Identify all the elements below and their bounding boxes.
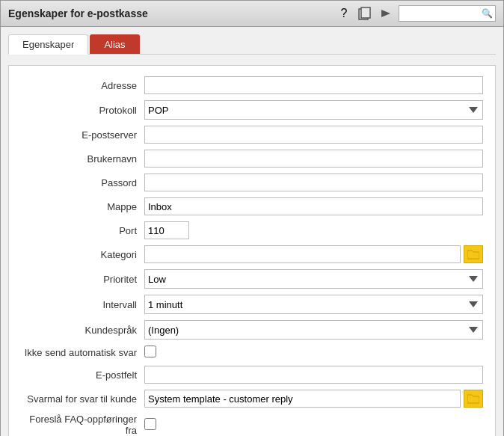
input-epostserver[interactable] [144,126,483,144]
label-epostserver: E-postserver [21,129,144,141]
label-svarmal: Svarmal for svar til kunde [21,393,144,405]
ctrl-faq [144,418,483,432]
input-mappe[interactable] [144,197,483,215]
svg-marker-2 [381,10,390,17]
checkbox-ikke-send[interactable] [144,346,156,357]
row-epostserver: E-postserver [21,126,483,144]
select-protokoll[interactable]: POP IMAP SMTP [144,100,483,120]
row-svarmal: Svarmal for svar til kunde [21,390,483,408]
label-ikke-send: Ikke send automatisk svar [21,347,144,358]
search-wrapper: 🔍 [399,5,496,22]
checkbox-faq[interactable] [144,418,156,430]
ctrl-mappe [144,197,483,215]
row-protokoll: Protokoll POP IMAP SMTP [21,100,483,120]
titlebar: Egenskaper for e-postkasse ? 🔍 [1,1,503,27]
input-svarmal[interactable] [144,390,461,408]
label-port: Port [21,225,144,236]
input-adresse[interactable] [144,76,483,94]
arrow-icon[interactable] [378,5,394,22]
ctrl-intervall: 1 minutt 5 minutter 10 minutter 30 minut… [144,295,483,314]
svg-rect-1 [361,7,370,18]
ctrl-protokoll: POP IMAP SMTP [144,100,483,120]
ctrl-ikke-send [144,346,483,360]
search-icon: 🔍 [482,8,493,19]
ctrl-epostserver [144,126,483,144]
row-intervall: Intervall 1 minutt 5 minutter 10 minutte… [21,295,483,314]
ctrl-brukernavn [144,150,483,168]
row-epostfelt: E-postfelt [21,366,483,384]
row-passord: Passord [21,174,483,191]
select-kundesprak[interactable]: (Ingen) Norsk Engelsk [144,320,483,340]
row-kategori: Kategori [21,245,483,263]
copy-icon[interactable] [357,5,373,22]
label-adresse: Adresse [21,80,144,91]
label-brukernavn: Brukernavn [21,153,144,165]
input-kategori[interactable] [144,245,461,263]
ctrl-epostfelt [144,366,483,384]
row-port: Port [21,221,483,239]
ctrl-adresse [144,76,483,94]
window-title: Egenskaper for e-postkasse [8,7,148,19]
help-icon[interactable]: ? [336,5,352,22]
form-body: Adresse Protokoll POP IMAP SMTP E-p [8,65,496,436]
row-adresse: Adresse [21,76,483,94]
label-intervall: Intervall [21,299,144,310]
row-prioritet: Prioritet Low Medium High [21,269,483,289]
input-brukernavn[interactable] [144,150,483,168]
label-protokoll: Protokoll [21,105,144,116]
row-faq: Foreslå FAQ-oppføringer fra [21,414,483,436]
titlebar-controls: ? 🔍 [336,5,496,22]
label-faq: Foreslå FAQ-oppføringer fra [21,414,144,436]
tab-bar: Egenskaper Alias [8,34,496,55]
ctrl-prioritet: Low Medium High [144,269,483,289]
input-port[interactable] [144,221,189,239]
input-passord[interactable] [144,174,483,191]
label-prioritet: Prioritet [21,274,144,285]
content-area: Egenskaper Alias Adresse Protokoll POP I… [1,27,503,436]
row-brukernavn: Brukernavn [21,150,483,168]
input-epostfelt[interactable] [144,366,483,384]
ctrl-kundesprak: (Ingen) Norsk Engelsk [144,320,483,340]
select-prioritet[interactable]: Low Medium High [144,269,483,289]
ctrl-port [144,221,483,239]
folder-btn-svarmal[interactable] [464,390,483,408]
label-kategori: Kategori [21,249,144,260]
row-kundesprak: Kundespråk (Ingen) Norsk Engelsk [21,320,483,340]
label-kundesprak: Kundespråk [21,325,144,336]
folder-btn-kategori[interactable] [464,245,483,263]
label-mappe: Mappe [21,201,144,212]
ctrl-kategori [144,245,483,263]
tab-alias[interactable]: Alias [90,34,139,54]
label-epostfelt: E-postfelt [21,369,144,381]
ctrl-passord [144,174,483,191]
ctrl-svarmal [144,390,483,408]
main-window: Egenskaper for e-postkasse ? 🔍 Egensk [0,0,504,436]
tab-egenskaper[interactable]: Egenskaper [8,34,88,55]
label-passord: Passord [21,177,144,188]
row-ikke-send: Ikke send automatisk svar [21,346,483,360]
row-mappe: Mappe [21,197,483,215]
select-intervall[interactable]: 1 minutt 5 minutter 10 minutter 30 minut… [144,295,483,314]
